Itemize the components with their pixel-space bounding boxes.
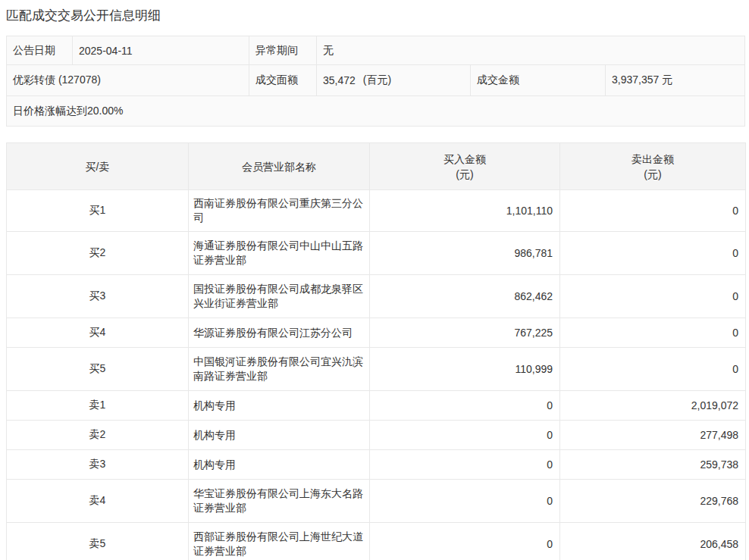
face-value-unit: (百元) — [363, 74, 391, 87]
sell-amount-cell: 0 — [560, 348, 746, 391]
buy-amount-cell: 0 — [370, 523, 560, 560]
side-cell: 卖2 — [7, 421, 189, 450]
buy-amount-cell: 0 — [370, 450, 560, 480]
header-side: 买/卖 — [7, 143, 189, 190]
announce-date-label: 公告日期 — [7, 36, 73, 64]
branch-cell: 西南证券股份有限公司重庆第三分公司 — [189, 190, 370, 232]
branch-cell: 机构专用 — [189, 391, 370, 421]
summary-row-note: 日价格涨幅达到20.00% — [7, 96, 744, 126]
sell-amount-cell: 0 — [560, 190, 746, 232]
buy-amount-cell: 862,462 — [370, 275, 560, 318]
sell-amount-cell: 0 — [560, 275, 746, 318]
side-cell: 买1 — [7, 190, 189, 232]
table-header-row: 买/卖 会员营业部名称 买入金额 (元) 卖出金额 (元) — [7, 143, 746, 190]
turnover-value: 3,937,357 元 — [606, 65, 744, 95]
side-cell: 卖4 — [7, 480, 189, 523]
sell-amount-cell: 2,019,072 — [560, 391, 746, 421]
summary-row-date: 公告日期 2025-04-11 异常期间 无 — [7, 36, 744, 65]
branch-cell: 机构专用 — [189, 450, 370, 480]
buy-amount-cell: 0 — [370, 421, 560, 450]
header-branch: 会员营业部名称 — [189, 143, 370, 190]
sell-amount-cell: 206,458 — [560, 523, 746, 560]
security-name: 优彩转债 (127078) — [7, 65, 249, 95]
buy-amount-cell: 110,999 — [370, 348, 560, 391]
price-change-note: 日价格涨幅达到20.00% — [7, 96, 129, 126]
header-sell-amount: 卖出金额 (元) — [560, 143, 746, 190]
buy-amount-cell: 767,225 — [370, 318, 560, 348]
buy-amount-cell: 1,101,110 — [370, 190, 560, 232]
summary-row-security: 优彩转债 (127078) 成交面额 35,472 (百元) 成交金额 3,93… — [7, 65, 744, 96]
table-row: 卖5 西部证券股份有限公司上海世纪大道证券营业部 0 206,458 — [7, 523, 746, 560]
table-row: 买4 华源证券股份有限公司江苏分公司 767,225 0 — [7, 318, 746, 348]
sell-amount-cell: 259,738 — [560, 450, 746, 480]
table-row: 卖3 机构专用 0 259,738 — [7, 450, 746, 480]
table-row: 卖1 机构专用 0 2,019,072 — [7, 391, 746, 421]
sell-amount-cell: 0 — [560, 318, 746, 348]
branch-cell: 华源证券股份有限公司江苏分公司 — [189, 318, 370, 348]
side-cell: 买2 — [7, 232, 189, 275]
page-title: 匹配成交交易公开信息明细 — [6, 7, 749, 25]
table-row: 买3 国投证券股份有限公司成都龙泉驿区兴业街证券营业部 862,462 0 — [7, 275, 746, 318]
abnormal-period-label: 异常期间 — [249, 36, 317, 64]
buy-amount-cell: 0 — [370, 480, 560, 523]
sell-amount-cell: 229,768 — [560, 480, 746, 523]
trade-summary-panel: 公告日期 2025-04-11 异常期间 无 优彩转债 (127078) 成交面… — [6, 36, 745, 127]
branch-cell: 机构专用 — [189, 421, 370, 450]
table-row: 买5 中国银河证券股份有限公司宜兴氿滨南路证券营业部 110,999 0 — [7, 348, 746, 391]
side-cell: 买3 — [7, 275, 189, 318]
side-cell: 买5 — [7, 348, 189, 391]
side-cell: 买4 — [7, 318, 189, 348]
table-row: 买1 西南证券股份有限公司重庆第三分公司 1,101,110 0 — [7, 190, 746, 232]
sell-amount-cell: 0 — [560, 232, 746, 275]
table-row: 卖4 华宝证券股份有限公司上海东大名路证券营业部 0 229,768 — [7, 480, 746, 523]
branch-cell: 国投证券股份有限公司成都龙泉驿区兴业街证券营业部 — [189, 275, 370, 318]
public-trade-table: 买/卖 会员营业部名称 买入金额 (元) 卖出金额 (元) 买1 西南证券股份有… — [6, 142, 746, 560]
table-row: 卖2 机构专用 0 277,498 — [7, 421, 746, 450]
branch-cell: 海通证券股份有限公司中山中山五路证券营业部 — [189, 232, 370, 275]
buy-amount-cell: 0 — [370, 391, 560, 421]
branch-cell: 西部证券股份有限公司上海世纪大道证券营业部 — [189, 523, 370, 560]
buy-amount-cell: 986,781 — [370, 232, 560, 275]
face-value: 35,472 (百元) — [317, 65, 471, 95]
branch-cell: 华宝证券股份有限公司上海东大名路证券营业部 — [189, 480, 370, 523]
announce-date-value: 2025-04-11 — [73, 36, 249, 64]
side-cell: 卖3 — [7, 450, 189, 480]
sell-amount-cell: 277,498 — [560, 421, 746, 450]
branch-cell: 中国银河证券股份有限公司宜兴氿滨南路证券营业部 — [189, 348, 370, 391]
side-cell: 卖5 — [7, 523, 189, 560]
face-value-label: 成交面额 — [249, 65, 317, 95]
abnormal-period-value: 无 — [317, 36, 744, 64]
face-value-number: 35,472 — [323, 74, 356, 86]
table-row: 买2 海通证券股份有限公司中山中山五路证券营业部 986,781 0 — [7, 232, 746, 275]
side-cell: 卖1 — [7, 391, 189, 421]
header-buy-amount: 买入金额 (元) — [370, 143, 560, 190]
turnover-label: 成交金额 — [471, 65, 606, 95]
